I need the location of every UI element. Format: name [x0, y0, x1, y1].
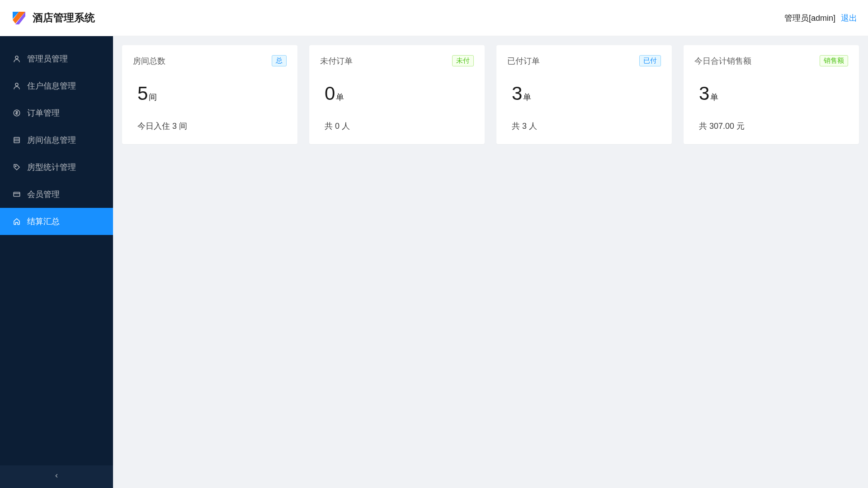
sidebar-item-label: 订单管理 — [27, 108, 60, 118]
header-right: 管理员[admin] 退出 — [784, 13, 857, 23]
logout-link[interactable]: 退出 — [841, 13, 857, 23]
card-number: 3 — [512, 83, 522, 104]
sidebar-menu: 管理员管理 住户信息管理 订单管理 房间信息管理 — [0, 36, 113, 235]
card-unit: 单 — [710, 92, 718, 103]
card-title: 房间总数 — [133, 56, 165, 66]
sidebar: 管理员管理 住户信息管理 订单管理 房间信息管理 — [0, 36, 113, 488]
svg-rect-3 — [14, 137, 19, 143]
card-title: 今日合计销售额 — [694, 56, 751, 66]
summary-cards: 房间总数 总 5 间 今日入住 3 间 未付订单 未付 0 单 共 0 — [122, 45, 859, 144]
card-unit: 间 — [149, 92, 157, 103]
card-title: 未付订单 — [320, 56, 353, 66]
card-paid-orders: 已付订单 已付 3 单 共 3 人 — [496, 45, 672, 144]
list-icon — [13, 136, 21, 144]
card-footer: 共 0 人 — [320, 121, 474, 131]
sidebar-item-room[interactable]: 房间信息管理 — [0, 127, 113, 154]
tag-icon — [13, 163, 21, 171]
card-room-total: 房间总数 总 5 间 今日入住 3 间 — [122, 45, 297, 144]
user-icon — [13, 55, 21, 63]
sidebar-item-label: 房间信息管理 — [27, 135, 76, 145]
svg-point-0 — [15, 56, 18, 59]
dollar-icon — [13, 109, 21, 117]
card-number: 3 — [699, 83, 709, 104]
main-content: 房间总数 总 5 间 今日入住 3 间 未付订单 未付 0 单 共 0 — [113, 36, 868, 488]
card-badge: 未付 — [452, 55, 474, 66]
app-title: 酒店管理系统 — [33, 11, 95, 25]
card-badge: 销售额 — [820, 55, 848, 66]
user-icon — [13, 82, 21, 90]
sidebar-item-room-type[interactable]: 房型统计管理 — [0, 154, 113, 181]
card-footer: 共 307.00 元 — [694, 121, 848, 131]
sidebar-item-label: 住户信息管理 — [27, 80, 76, 91]
current-user-label: 管理员[admin] — [784, 13, 835, 23]
sidebar-item-admin[interactable]: 管理员管理 — [0, 45, 113, 72]
card-footer: 共 3 人 — [507, 121, 661, 131]
card-unit: 单 — [523, 92, 531, 103]
chevron-left-icon — [53, 473, 60, 481]
sidebar-item-label: 管理员管理 — [27, 53, 68, 64]
card-icon — [13, 190, 21, 198]
card-title: 已付订单 — [507, 56, 540, 66]
sidebar-item-member[interactable]: 会员管理 — [0, 181, 113, 208]
sidebar-item-settlement[interactable]: 结算汇总 — [0, 208, 113, 235]
logo-icon — [11, 10, 27, 26]
sidebar-item-label: 会员管理 — [27, 189, 60, 200]
home-icon — [13, 217, 21, 225]
sidebar-collapse-toggle[interactable] — [0, 465, 113, 488]
card-badge: 已付 — [639, 55, 661, 66]
card-footer: 今日入住 3 间 — [133, 121, 287, 131]
svg-point-1 — [15, 83, 18, 86]
card-number: 5 — [137, 83, 148, 104]
sidebar-item-resident[interactable]: 住户信息管理 — [0, 72, 113, 99]
card-sales-total: 今日合计销售额 销售额 3 单 共 307.00 元 — [684, 45, 859, 144]
header: 酒店管理系统 管理员[admin] 退出 — [0, 0, 868, 36]
card-badge: 总 — [272, 55, 287, 66]
sidebar-item-order[interactable]: 订单管理 — [0, 99, 113, 127]
svg-rect-5 — [14, 192, 20, 197]
header-left: 酒店管理系统 — [11, 10, 95, 26]
card-number: 0 — [325, 83, 335, 104]
svg-point-4 — [15, 166, 16, 167]
card-unit: 单 — [336, 92, 344, 103]
sidebar-item-label: 房型统计管理 — [27, 162, 76, 173]
card-unpaid-orders: 未付订单 未付 0 单 共 0 人 — [309, 45, 485, 144]
sidebar-item-label: 结算汇总 — [27, 216, 60, 227]
